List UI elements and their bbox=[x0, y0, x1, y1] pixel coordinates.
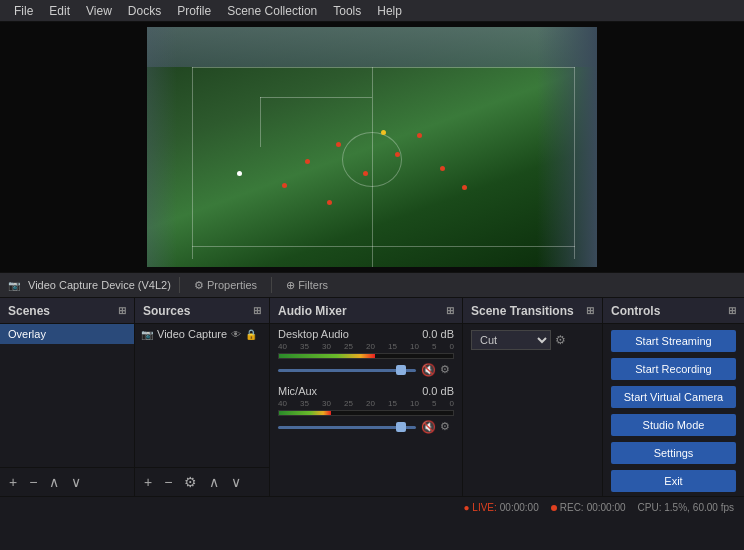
player-11-white bbox=[237, 171, 242, 176]
desktop-audio-label: Desktop Audio bbox=[278, 328, 349, 340]
menubar: File Edit View Docks Profile Scene Colle… bbox=[0, 0, 744, 22]
mic-aux-controls: 🔇 ⚙ bbox=[278, 420, 454, 434]
exit-button[interactable]: Exit bbox=[611, 470, 736, 492]
audio-panel-title: Audio Mixer bbox=[278, 304, 347, 318]
start-virtual-camera-button[interactable]: Start Virtual Camera bbox=[611, 386, 736, 408]
scenes-panel-header: Scenes ⊞ bbox=[0, 298, 134, 324]
source-device-name: Video Capture Device (V4L2) bbox=[28, 279, 171, 291]
add-source-button[interactable]: + bbox=[141, 472, 155, 492]
desktop-audio-slider-container[interactable] bbox=[278, 363, 416, 377]
properties-button[interactable]: ⚙ Properties bbox=[188, 277, 263, 294]
sources-footer: + − ⚙ ∧ ∨ bbox=[135, 467, 269, 496]
preview-area bbox=[0, 22, 744, 272]
mic-aux-scale: 403530 252015 1050 bbox=[278, 399, 454, 408]
sources-panel-title: Sources bbox=[143, 304, 190, 318]
player-9 bbox=[462, 185, 467, 190]
audio-panel: Audio Mixer ⊞ Desktop Audio 0.0 dB 40353… bbox=[270, 298, 463, 496]
player-2 bbox=[336, 142, 341, 147]
separator-1 bbox=[179, 277, 180, 293]
start-recording-button[interactable]: Start Recording bbox=[611, 358, 736, 380]
right-line bbox=[574, 67, 575, 259]
remove-source-button[interactable]: − bbox=[161, 472, 175, 492]
mic-aux-mute-button[interactable]: 🔇 bbox=[420, 420, 436, 434]
center-circle bbox=[342, 132, 402, 187]
sources-panel-header: Sources ⊞ bbox=[135, 298, 269, 324]
left-line bbox=[192, 67, 193, 259]
mic-aux-track bbox=[278, 426, 416, 429]
stadium-seats-top bbox=[147, 27, 597, 67]
desktop-audio-track bbox=[278, 369, 416, 372]
sources-empty-space bbox=[135, 344, 269, 467]
transition-gear-button[interactable]: ⚙ bbox=[555, 333, 566, 347]
desktop-audio-settings-button[interactable]: ⚙ bbox=[440, 363, 454, 377]
audio-panel-icon[interactable]: ⊞ bbox=[446, 305, 454, 316]
source-item-video-capture[interactable]: 📷 Video Capture 👁 🔒 bbox=[135, 324, 269, 344]
menu-view[interactable]: View bbox=[78, 2, 120, 20]
mic-aux-slider-container[interactable] bbox=[278, 420, 416, 434]
menu-docks[interactable]: Docks bbox=[120, 2, 169, 20]
transition-dropdown[interactable]: Cut Fade bbox=[471, 330, 551, 350]
cpu-status: CPU: 1.5%, 60.00 fps bbox=[638, 502, 734, 513]
menu-edit[interactable]: Edit bbox=[41, 2, 78, 20]
move-scene-down-button[interactable]: ∨ bbox=[68, 472, 84, 492]
stadium-seats-right bbox=[537, 27, 597, 267]
desktop-audio-controls: 🔇 ⚙ bbox=[278, 363, 454, 377]
menu-profile[interactable]: Profile bbox=[169, 2, 219, 20]
desktop-audio-thumb bbox=[396, 365, 406, 375]
player-7 bbox=[440, 166, 445, 171]
desktop-audio-scale: 403530 252015 1050 bbox=[278, 342, 454, 351]
desktop-audio-fill bbox=[279, 354, 375, 358]
scenes-panel-title: Scenes bbox=[8, 304, 50, 318]
main-panels: Scenes ⊞ Overlay + − ∧ ∨ Sources ⊞ 📷 Vid… bbox=[0, 298, 744, 496]
studio-mode-button[interactable]: Studio Mode bbox=[611, 414, 736, 436]
stadium-seats-left bbox=[147, 27, 177, 267]
source-toolbar: 📷 Video Capture Device (V4L2) ⚙ Properti… bbox=[0, 272, 744, 298]
remove-scene-button[interactable]: − bbox=[26, 472, 40, 492]
scenes-panel-icon[interactable]: ⊞ bbox=[118, 305, 126, 316]
sources-panel: Sources ⊞ 📷 Video Capture 👁 🔒 + − ⚙ ∧ ∨ bbox=[135, 298, 270, 496]
player-8 bbox=[327, 200, 332, 205]
rec-dot bbox=[551, 505, 557, 511]
scene-item-overlay[interactable]: Overlay bbox=[0, 324, 134, 344]
player-3 bbox=[395, 152, 400, 157]
start-streaming-button[interactable]: Start Streaming bbox=[611, 330, 736, 352]
rec-label: REC: bbox=[560, 502, 584, 513]
menu-file[interactable]: File bbox=[6, 2, 41, 20]
live-indicator: ● LIVE: bbox=[464, 502, 497, 513]
controls-panel: Controls ⊞ Start Streaming Start Recordi… bbox=[603, 298, 744, 496]
menu-scene-collection[interactable]: Scene Collection bbox=[219, 2, 325, 20]
add-scene-button[interactable]: + bbox=[6, 472, 20, 492]
desktop-audio-channel: Desktop Audio 0.0 dB 403530 252015 1050 … bbox=[270, 324, 462, 381]
transitions-panel-title: Scene Transitions bbox=[471, 304, 574, 318]
preview-video bbox=[147, 27, 597, 267]
filters-button[interactable]: ⊕ Filters bbox=[280, 277, 334, 294]
move-scene-up-button[interactable]: ∧ bbox=[46, 472, 62, 492]
move-source-down-button[interactable]: ∨ bbox=[228, 472, 244, 492]
goal-box-top-left bbox=[260, 97, 373, 98]
rec-time: 00:00:00 bbox=[587, 502, 626, 513]
move-source-up-button[interactable]: ∧ bbox=[206, 472, 222, 492]
mic-aux-thumb bbox=[396, 422, 406, 432]
menu-help[interactable]: Help bbox=[369, 2, 410, 20]
scenes-footer: + − ∧ ∨ bbox=[0, 467, 134, 496]
controls-panel-icon[interactable]: ⊞ bbox=[728, 305, 736, 316]
menu-tools[interactable]: Tools bbox=[325, 2, 369, 20]
statusbar: ● LIVE: 00:00:00 REC: 00:00:00 CPU: 1.5%… bbox=[0, 496, 744, 518]
separator-2 bbox=[271, 277, 272, 293]
desktop-audio-mute-button[interactable]: 🔇 bbox=[420, 363, 436, 377]
live-time: 00:00:00 bbox=[500, 502, 539, 513]
transitions-panel-icon[interactable]: ⊞ bbox=[586, 305, 594, 316]
source-lock-icon[interactable]: 🔒 bbox=[245, 329, 257, 340]
source-camera-icon: 📷 bbox=[141, 329, 153, 340]
sources-panel-icon[interactable]: ⊞ bbox=[253, 305, 261, 316]
player-1 bbox=[305, 159, 310, 164]
goal-box-left bbox=[260, 97, 261, 147]
settings-button[interactable]: Settings bbox=[611, 442, 736, 464]
source-eye-icon[interactable]: 👁 bbox=[231, 329, 241, 340]
source-settings-button[interactable]: ⚙ bbox=[181, 472, 200, 492]
mic-aux-settings-button[interactable]: ⚙ bbox=[440, 420, 454, 434]
fps-value: 60.00 fps bbox=[693, 502, 734, 513]
top-line bbox=[192, 67, 575, 68]
mic-mute-icon: 🔇 bbox=[421, 420, 436, 434]
bottom-line bbox=[192, 246, 575, 247]
